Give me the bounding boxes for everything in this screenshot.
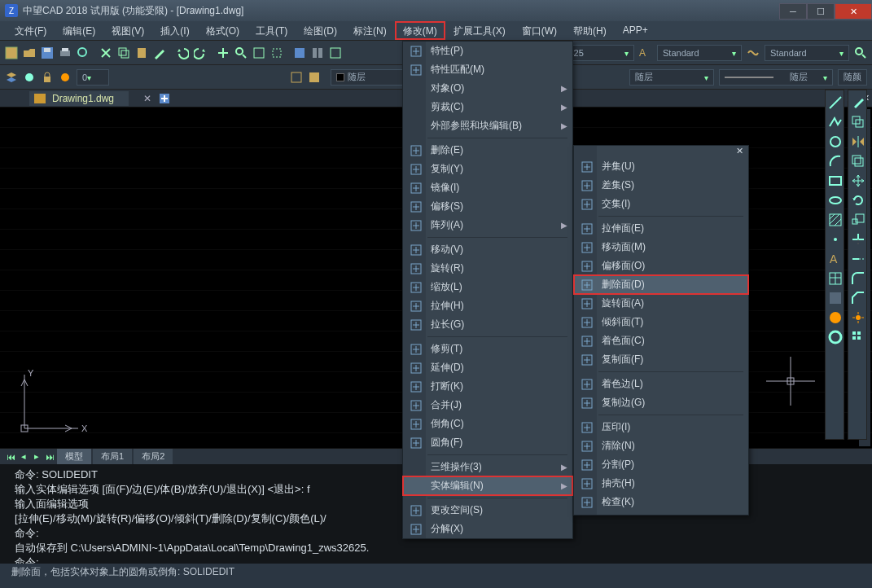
layout-first-icon[interactable]: ⏮ [5,452,16,462]
copy-tool-icon[interactable] [851,115,865,129]
chamfer-tool-icon[interactable] [851,291,865,305]
menu-item[interactable]: 缩放(L) [403,278,572,296]
zoom-ext-icon[interactable] [252,46,265,59]
menu-item[interactable]: 并集(U) [574,157,748,176]
menu-item[interactable]: 实体编辑(N)▶ [403,476,572,495]
block-insert-icon[interactable] [308,71,321,84]
undo-icon[interactable] [176,46,189,59]
menu-item[interactable]: 拉伸面(E) [574,219,748,238]
menu-item[interactable]: 着色面(C) [574,331,748,350]
menu-item[interactable]: 复制面(F) [574,350,748,369]
menu-绘图[interactable]: 绘图(D) [296,21,345,40]
menu-item[interactable]: 特性(P) [403,42,572,60]
menu-扩展工具[interactable]: 扩展工具(X) [445,21,514,40]
scale-tool-icon[interactable] [851,213,865,227]
menu-item[interactable]: 更改空间(S) [403,501,572,520]
point-tool-icon[interactable] [828,232,843,247]
close-button[interactable]: ✕ [835,3,872,20]
menu-item[interactable]: 外部参照和块编辑(B)▶ [403,116,572,135]
layout-next-icon[interactable]: ▸ [31,451,42,462]
menu-item[interactable]: 复制(Y) [403,160,572,178]
copy-icon[interactable] [117,46,130,59]
tablestyle-combo[interactable]: Standard [765,45,849,61]
menu-item[interactable]: 合并(J) [403,396,572,415]
menu-插入[interactable]: 插入(I) [152,21,197,40]
table-tool-icon[interactable] [828,271,843,286]
menu-item[interactable]: 延伸(D) [403,358,572,377]
menu-item[interactable]: 复制边(G) [574,393,748,412]
menu-item[interactable]: 旋转面(A) [574,294,748,313]
menu-item[interactable]: 拉伸(H) [403,296,572,315]
menu-item[interactable]: 倒角(C) [403,415,572,433]
menu-item[interactable]: 旋转(R) [403,259,572,278]
rect-tool-icon[interactable] [828,173,843,188]
new-tab-button[interactable] [158,92,171,105]
zoom-icon[interactable] [234,46,248,59]
menu-item[interactable]: 分解(X) [403,520,572,538]
offset-tool-icon[interactable] [851,154,865,169]
menu-帮助[interactable]: 帮助(H) [565,21,615,40]
menu-窗口[interactable]: 窗口(W) [514,21,565,40]
plotstyle-combo[interactable]: 随颜 [838,69,867,86]
menu-item[interactable]: 压印(I) [574,418,748,437]
menu-修改[interactable]: 修改(M) [395,21,445,40]
menu-item[interactable]: 检查(K) [574,493,748,511]
menu-item[interactable]: 差集(S) [574,176,748,195]
layer-lock-icon[interactable] [41,71,54,84]
maximize-button[interactable]: ☐ [807,3,835,20]
textstyle-combo[interactable]: Standard [657,45,742,61]
arc-tool-icon[interactable] [828,154,843,169]
cut-icon[interactable] [99,46,112,59]
design-center-icon[interactable] [311,46,324,59]
mirror-tool-icon[interactable] [851,134,865,149]
text-tool-icon[interactable]: A [828,252,843,266]
ellipse-tool-icon[interactable] [828,193,843,208]
layer-freeze-icon[interactable] [23,71,36,84]
menu-item[interactable]: 打断(K) [403,377,572,396]
preview-icon[interactable] [77,46,90,59]
layout-tab[interactable]: 布局1 [93,449,132,464]
move-tool-icon[interactable] [851,173,865,188]
menu-item[interactable]: 移动面(M) [574,238,748,257]
menu-item[interactable]: 阵列(A)▶ [403,216,572,235]
tool-palette-icon[interactable] [329,46,342,59]
layout-last-icon[interactable]: ⏭ [44,452,55,462]
menu-item[interactable]: 圆角(F) [403,433,572,452]
menu-item[interactable]: 删除(E) [403,141,572,160]
open-icon[interactable] [23,46,36,59]
menu-item[interactable]: 修剪(T) [403,340,572,358]
menu-标注[interactable]: 标注(N) [345,21,395,40]
menu-item[interactable]: 三维操作(3)▶ [403,458,572,476]
menu-文件[interactable]: 文件(F) [7,21,55,40]
menu-item[interactable]: 着色边(L) [574,375,748,393]
paste-icon[interactable] [135,46,148,59]
layer-name-combo[interactable]: 0 [77,69,109,86]
explode-tool-icon[interactable] [851,310,865,325]
menu-item[interactable]: 剪裁(C)▶ [403,98,572,116]
menu-item[interactable]: 镜像(I) [403,178,572,197]
menu-item[interactable]: 拉长(G) [403,315,572,334]
layer-manager-icon[interactable] [5,71,18,84]
properties-icon[interactable] [293,46,306,59]
tab-close-button[interactable]: ✕ [143,93,151,104]
menu-工具[interactable]: 工具(T) [248,21,296,40]
donut-tool-icon[interactable] [828,330,843,344]
new-icon[interactable] [5,46,18,59]
matchprop-icon[interactable] [153,46,166,59]
menu-视图[interactable]: 视图(V) [103,21,152,40]
layout-prev-icon[interactable]: ◂ [18,451,29,462]
menu-item[interactable]: 删除面(D) [574,275,748,294]
menu-item[interactable]: 特性匹配(M) [403,60,572,79]
document-tab[interactable]: Drawing1.dwg [29,91,129,106]
extend-tool-icon[interactable] [851,252,865,266]
pan-icon[interactable] [217,46,230,59]
minimize-button[interactable]: ─ [779,3,807,20]
menu-编辑[interactable]: 编辑(E) [55,21,103,40]
fillet-tool-icon[interactable] [851,271,865,286]
layout-tab[interactable]: 布局2 [134,449,173,464]
save-icon[interactable] [41,46,54,59]
menu-item[interactable]: 清除(N) [574,437,748,455]
print-icon[interactable] [59,46,72,59]
block-icon[interactable] [290,71,303,84]
menu-item[interactable]: 偏移面(O) [574,257,748,275]
